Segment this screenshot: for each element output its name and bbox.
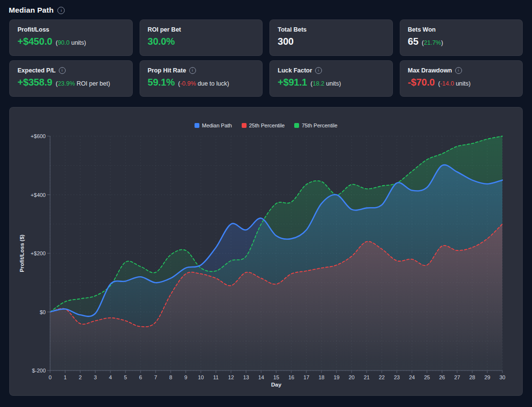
pl-chart[interactable]: $-200$0+$200+$400+$600012345678910111213…: [10, 107, 523, 396]
legend-label: 75th Percentile: [301, 123, 337, 128]
stat-subtext: (-0.9% due to luck): [178, 80, 229, 87]
stat-card-prop-hit-rate: Prop Hit Rate59.1%(-0.9% due to luck): [140, 60, 263, 97]
info-icon[interactable]: [59, 67, 66, 74]
svg-text:20: 20: [349, 374, 355, 380]
svg-text:3: 3: [94, 374, 97, 380]
page-title: Median Path: [9, 6, 53, 15]
stat-card-roi-per-bet: ROI per Bet30.0%: [140, 19, 263, 56]
chart-legend: Median Path25th Percentile75th Percentil…: [10, 123, 522, 128]
stat-label: Prop Hit Rate: [148, 67, 186, 74]
svg-text:10: 10: [198, 374, 204, 380]
svg-text:27: 27: [454, 374, 460, 380]
svg-text:29: 29: [484, 374, 490, 380]
stat-value: -$70.0: [408, 77, 435, 88]
svg-text:19: 19: [334, 374, 339, 380]
svg-text:23: 23: [394, 374, 400, 380]
stat-label: Bets Won: [408, 26, 436, 33]
stat-subtext: (18.2 units): [311, 80, 341, 87]
svg-text:4: 4: [109, 374, 112, 380]
svg-text:$0: $0: [40, 309, 46, 315]
stat-card-total-bets: Total Bets300: [269, 19, 393, 56]
svg-text:18: 18: [319, 374, 324, 380]
stat-value: 65: [408, 36, 419, 47]
stat-value: 300: [278, 36, 294, 47]
svg-text:7: 7: [154, 374, 157, 380]
stats-cards: Profit/Loss+$450.0(90.0 units)ROI per Be…: [9, 19, 523, 97]
stat-label: ROI per Bet: [148, 26, 181, 33]
stat-label: Luck Factor: [278, 67, 312, 74]
svg-text:21: 21: [364, 374, 370, 380]
stat-card-luck-factor: Luck Factor+$91.1(18.2 units): [269, 60, 393, 97]
svg-text:0: 0: [49, 374, 52, 380]
stat-value: 30.0%: [148, 36, 175, 47]
svg-text:6: 6: [139, 374, 142, 380]
svg-text:5: 5: [124, 374, 127, 380]
legend-swatch-icon: [195, 123, 199, 128]
legend-label: 25th Percentile: [249, 123, 284, 128]
legend-swatch-icon: [242, 123, 247, 128]
stat-value: +$91.1: [278, 77, 307, 88]
legend-item-25th-percentile: 25th Percentile: [242, 123, 284, 128]
svg-text:17: 17: [303, 374, 309, 380]
stat-card-profit-loss: Profit/Loss+$450.0(90.0 units): [9, 19, 133, 56]
svg-text:26: 26: [439, 374, 445, 380]
stat-value: +$358.9: [18, 77, 52, 88]
info-icon[interactable]: [455, 67, 462, 74]
legend-item-median-path: Median Path: [195, 123, 232, 128]
stat-subtext: (23.9% ROI per bet): [55, 80, 110, 87]
svg-text:14: 14: [258, 374, 264, 380]
stat-subtext: (21.7%): [422, 39, 443, 46]
stat-label: Total Bets: [278, 26, 307, 33]
svg-text:9: 9: [184, 374, 187, 380]
stat-card-expected-p-l: Expected P/L+$358.9(23.9% ROI per bet): [9, 60, 133, 97]
legend-item-75th-percentile: 75th Percentile: [294, 123, 337, 128]
stat-label: Profit/Loss: [18, 26, 49, 33]
svg-text:$-200: $-200: [32, 368, 46, 373]
svg-text:+$200: +$200: [31, 250, 46, 256]
stat-label: Expected P/L: [18, 67, 56, 74]
svg-text:+$400: +$400: [31, 192, 46, 198]
page-header: Median Path: [0, 0, 532, 19]
svg-text:25: 25: [424, 374, 430, 380]
svg-text:28: 28: [469, 374, 475, 380]
info-icon[interactable]: [57, 7, 65, 14]
stat-subtext: (90.0 units): [55, 39, 86, 46]
stat-label: Max Drawdown: [408, 67, 452, 74]
chart-panel: Median Path25th Percentile75th Percentil…: [9, 107, 523, 396]
stat-value: 59.1%: [148, 77, 175, 88]
svg-text:12: 12: [228, 374, 234, 380]
svg-text:16: 16: [288, 374, 294, 380]
stat-card-bets-won: Bets Won65(21.7%): [400, 19, 523, 56]
svg-text:15: 15: [273, 374, 279, 380]
svg-text:1: 1: [64, 374, 67, 380]
info-icon[interactable]: [189, 67, 196, 74]
y-axis-title: Profit/Loss ($): [19, 234, 25, 272]
svg-text:11: 11: [213, 374, 218, 380]
svg-text:13: 13: [243, 374, 249, 380]
svg-text:24: 24: [409, 374, 415, 380]
stat-value: +$450.0: [18, 36, 52, 47]
svg-text:+$600: +$600: [31, 133, 46, 139]
legend-swatch-icon: [294, 123, 299, 128]
legend-label: Median Path: [202, 123, 232, 128]
svg-text:22: 22: [379, 374, 385, 380]
svg-text:8: 8: [169, 374, 172, 380]
svg-text:30: 30: [499, 374, 505, 380]
svg-text:2: 2: [79, 374, 82, 380]
stat-card-max-drawdown: Max Drawdown-$70.0(-14.0 units): [400, 60, 523, 97]
x-axis-title: Day: [271, 382, 282, 388]
stat-subtext: (-14.0 units): [438, 80, 471, 87]
info-icon[interactable]: [315, 67, 322, 74]
